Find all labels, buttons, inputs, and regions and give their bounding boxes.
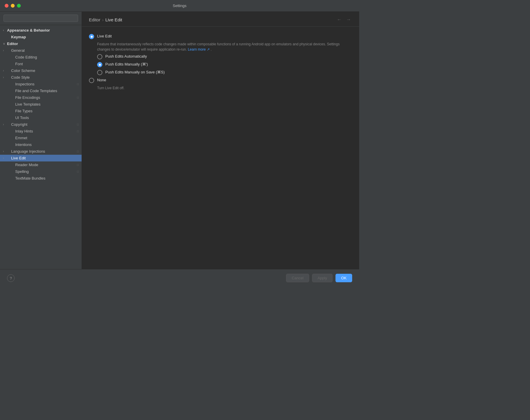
sidebar-item-badge: □ (77, 170, 79, 173)
sidebar-item-label: Emmet (15, 136, 79, 140)
breadcrumb-parent: Editor (89, 17, 100, 22)
sidebar-item-color-scheme[interactable]: ›Color Scheme (0, 67, 82, 74)
sidebar-item-label: Reader Mode (15, 163, 76, 167)
none-option: None (89, 78, 352, 83)
breadcrumb-current: Live Edit (105, 17, 122, 22)
sidebar-item-label: Code Editing (15, 55, 79, 59)
arrow-icon: › (3, 156, 7, 160)
maximize-button[interactable] (17, 4, 21, 8)
arrow-icon: › (3, 69, 7, 72)
sidebar-item-code-style[interactable]: ›Code Style (0, 74, 82, 81)
sidebar-item-label: Spelling (15, 169, 76, 174)
push-auto-option: Push Edits Automatically (97, 54, 352, 59)
nav-arrows: ← → (336, 16, 352, 23)
push-manual-option: Push Edits Manually (⌘') (97, 62, 352, 67)
arrow-icon: › (3, 29, 7, 32)
main-layout: 🔍 ›Appearance & BehaviorKeymap∨Editor›Ge… (0, 12, 359, 269)
sidebar-item-label: Keymap (11, 35, 79, 39)
nav-back-button[interactable]: ← (336, 16, 343, 23)
sidebar-item-label: Live Templates (15, 102, 79, 106)
sub-options: Push Edits AutomaticallyPush Edits Manua… (97, 54, 352, 75)
breadcrumb: Editor › Live Edit (89, 17, 122, 22)
learn-more-link[interactable]: Learn more ↗ (188, 47, 210, 51)
arrow-icon: › (3, 123, 7, 126)
live-edit-radio[interactable] (89, 34, 94, 39)
cancel-button[interactable]: Cancel (286, 274, 309, 282)
sidebar-item-badge: □ (77, 150, 79, 153)
sidebar-item-label: Language Injections (11, 149, 76, 154)
sidebar-item-file-code-templates[interactable]: File and Code Templates (0, 87, 82, 94)
sidebar-item-label: General (11, 48, 79, 53)
sidebar-item-general[interactable]: ›General (0, 47, 82, 54)
sidebar-item-label: Color Scheme (11, 68, 79, 73)
push-auto-radio[interactable] (97, 54, 102, 59)
sidebar-item-label: Intentions (15, 142, 79, 147)
sidebar-item-spelling[interactable]: Spelling□ (0, 168, 82, 175)
sidebar-item-label: Code Style (11, 75, 79, 80)
sidebar-item-language-injections[interactable]: ›Language Injections□ (0, 148, 82, 155)
sidebar-item-keymap[interactable]: Keymap (0, 34, 82, 40)
sidebar-item-editor[interactable]: ∨Editor (0, 40, 82, 47)
push-manual-radio[interactable] (97, 62, 102, 67)
search-input[interactable] (4, 15, 78, 22)
sidebar-item-label: File Encodings (15, 95, 76, 100)
sidebar-item-label: Editor (7, 42, 79, 46)
content-area: Editor › Live Edit ← → Live Edit Feature… (82, 12, 359, 269)
sidebar-item-intentions[interactable]: Intentions (0, 141, 82, 148)
sidebar-item-file-types[interactable]: File Types (0, 108, 82, 114)
content-body: Live Edit Feature that instantaneously r… (82, 27, 359, 269)
live-edit-description: Feature that instantaneously reflects co… (97, 42, 352, 52)
sidebar-item-label: UI Tools (15, 116, 79, 120)
arrow-icon: ∨ (3, 42, 7, 45)
sidebar-item-file-encodings[interactable]: File Encodings□ (0, 94, 82, 101)
apply-button[interactable]: Apply (312, 274, 333, 282)
sidebar-item-label: Font (15, 62, 79, 66)
sidebar-item-live-templates[interactable]: Live Templates (0, 101, 82, 108)
sidebar-item-label: File Types (15, 109, 79, 113)
live-edit-label: Live Edit (97, 34, 112, 39)
sidebar-item-ui-tools[interactable]: UI Tools (0, 114, 82, 121)
titlebar: Settings (0, 0, 359, 12)
help-button[interactable]: ? (7, 274, 15, 282)
close-button[interactable] (5, 4, 8, 8)
sidebar-item-appearance[interactable]: ›Appearance & Behavior (0, 27, 82, 34)
sidebar-item-font[interactable]: Font (0, 61, 82, 67)
sidebar-item-textmate-bundles[interactable]: TextMate Bundles (0, 175, 82, 182)
sidebar-item-code-editing[interactable]: Code Editing (0, 54, 82, 61)
search-wrap: 🔍 (0, 12, 82, 25)
sidebar-item-label: Copyright (11, 122, 76, 127)
minimize-button[interactable] (11, 4, 15, 8)
ok-button[interactable]: OK (335, 274, 352, 282)
sidebar-item-live-edit[interactable]: ›Live Edit (0, 155, 82, 161)
window-title: Settings (173, 4, 187, 8)
push-save-option: Push Edits Manually on Save (⌘S) (97, 70, 352, 75)
arrow-icon: › (3, 49, 7, 52)
sidebar-item-badge: □ (77, 163, 79, 166)
sidebar-item-label: TextMate Bundles (15, 176, 79, 180)
window-buttons (5, 4, 21, 8)
bottom-bar: ? Cancel Apply OK (0, 269, 359, 287)
live-edit-option: Live Edit (89, 34, 352, 39)
content-header: Editor › Live Edit ← → (82, 12, 359, 27)
push-save-radio[interactable] (97, 70, 102, 75)
sidebar: 🔍 ›Appearance & BehaviorKeymap∨Editor›Ge… (0, 12, 82, 269)
sidebar-item-reader-mode[interactable]: Reader Mode□ (0, 161, 82, 168)
none-radio[interactable] (89, 78, 94, 83)
sidebar-item-badge: □ (77, 82, 79, 86)
sidebar-item-label: Inspections (15, 82, 76, 86)
sidebar-item-badge: □ (77, 130, 79, 133)
sidebar-item-label: Appearance & Behavior (7, 28, 79, 32)
sidebar-item-emmet[interactable]: Emmet (0, 135, 82, 141)
sidebar-item-badge: □ (77, 96, 79, 99)
sidebar-item-copyright[interactable]: ›Copyright□ (0, 121, 82, 128)
sidebar-item-inlay-hints[interactable]: Inlay Hints□ (0, 128, 82, 135)
arrow-icon: › (3, 76, 7, 79)
sidebar-item-inspections[interactable]: Inspections□ (0, 81, 82, 87)
breadcrumb-separator: › (102, 17, 104, 22)
push-auto-label: Push Edits Automatically (105, 54, 147, 59)
sidebar-item-label: Inlay Hints (15, 129, 76, 133)
arrow-icon: › (3, 150, 7, 153)
none-label: None (97, 78, 106, 83)
sidebar-tree: ›Appearance & BehaviorKeymap∨Editor›Gene… (0, 25, 82, 269)
nav-forward-button[interactable]: → (345, 16, 352, 23)
